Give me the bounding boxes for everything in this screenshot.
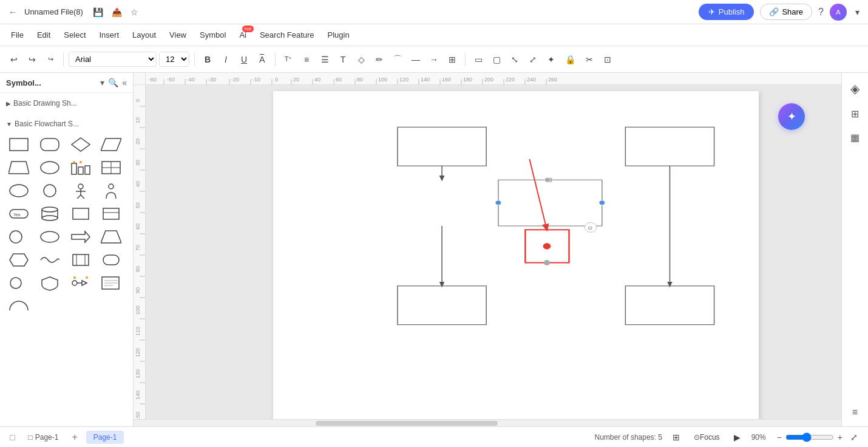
user-menu-button[interactable]: ▾ xyxy=(853,6,862,18)
lock-tool[interactable]: 🔒 xyxy=(561,52,579,67)
star-button[interactable]: ☆ xyxy=(128,6,141,18)
sidebar-title: Symbol... xyxy=(6,78,97,87)
superscript-button[interactable]: T⁺ xyxy=(280,53,296,66)
scrollbar-thumb[interactable] xyxy=(316,421,498,426)
sidebar-dropdown-btn[interactable]: ▾ xyxy=(100,78,104,87)
zoom-in-button[interactable]: + xyxy=(838,432,843,442)
shape-note[interactable] xyxy=(98,273,124,293)
rectangle-tool[interactable]: ▭ xyxy=(470,52,486,67)
shape-person[interactable] xyxy=(68,180,93,201)
save-button[interactable]: 💾 xyxy=(90,6,106,18)
status-shapes: Number of shapes: 5 xyxy=(595,433,662,442)
connector-button[interactable]: ⊞ xyxy=(444,52,460,67)
zoom-slider[interactable] xyxy=(785,432,834,442)
zoom-out-button[interactable]: − xyxy=(777,432,782,442)
font-color-button[interactable]: A̅ xyxy=(254,52,270,67)
shape-parallelogram[interactable] xyxy=(98,134,124,155)
shape-rect-partial[interactable] xyxy=(98,203,124,224)
focus-button[interactable]: ⊙ Focus xyxy=(690,431,724,444)
menu-view[interactable]: View xyxy=(163,28,192,42)
cut-tool[interactable]: ✂ xyxy=(581,52,597,67)
align-left-button[interactable]: ☰ xyxy=(317,52,333,67)
sidebar-collapse-btn[interactable]: « xyxy=(122,78,127,87)
shape-process[interactable] xyxy=(68,250,93,270)
page-tab-page1[interactable]: □ Page-1 xyxy=(21,431,66,444)
arrow-button[interactable]: → xyxy=(426,52,442,67)
shape-person2[interactable] xyxy=(98,180,124,201)
redo2-button[interactable]: ↪ xyxy=(42,53,58,66)
shape-cylinder[interactable] xyxy=(37,203,63,224)
shape-arrow-right[interactable] xyxy=(68,227,93,247)
shape-shield[interactable] xyxy=(37,273,63,293)
scrollbar-horizontal[interactable] xyxy=(134,419,841,426)
shape-diamond[interactable] xyxy=(68,134,93,155)
data-panel-btn[interactable]: ⊞ xyxy=(847,104,863,123)
menu-search[interactable]: Search Feature xyxy=(254,28,320,42)
menu-ai[interactable]: Ai hot xyxy=(233,28,253,42)
canvas[interactable]: ⊙ xyxy=(146,85,841,419)
style-panel-btn[interactable]: ◈ xyxy=(847,78,863,100)
menu-file[interactable]: File xyxy=(5,28,30,42)
active-page-tab[interactable]: Page-1 xyxy=(86,431,124,444)
crop-tool[interactable]: ⤢ xyxy=(525,52,541,67)
italic-button[interactable]: I xyxy=(218,52,234,67)
basic-drawing-header[interactable]: ▶ Basic Drawing Sh... xyxy=(6,97,127,110)
menu-symbol[interactable]: Symbol xyxy=(194,28,232,42)
avatar[interactable]: A xyxy=(830,4,847,21)
fullscreen-button[interactable]: ⤢ xyxy=(846,430,862,445)
bold-button[interactable]: B xyxy=(200,52,215,67)
align-center-button[interactable]: ≡ xyxy=(299,52,314,67)
sidebar-search-btn[interactable]: 🔍 xyxy=(108,78,118,87)
help-button[interactable]: ? xyxy=(818,7,824,18)
menu-edit[interactable]: Edit xyxy=(31,28,56,42)
share-button[interactable]: 🔗 Share xyxy=(760,4,812,20)
shape-half-circle[interactable] xyxy=(6,296,32,316)
publish-button[interactable]: ✈ Publish xyxy=(699,4,754,20)
shape-circle2[interactable] xyxy=(6,227,32,247)
shape-rect-plain[interactable] xyxy=(68,203,93,224)
shape-rounded-rect2[interactable] xyxy=(98,250,124,270)
shape-oval2[interactable] xyxy=(37,227,63,247)
undo-button[interactable]: ↩ xyxy=(6,52,22,67)
underline-button[interactable]: U xyxy=(236,52,252,67)
rounded-rect-tool[interactable]: ▢ xyxy=(489,52,504,67)
shape-fill-button[interactable]: ◇ xyxy=(353,52,369,67)
shape-bar-chart[interactable] xyxy=(68,157,93,178)
font-size-select[interactable]: 12 14 16 18 24 xyxy=(159,52,189,67)
play-button[interactable]: ▶ xyxy=(730,430,745,445)
menu-plugin[interactable]: Plugin xyxy=(322,28,356,42)
grid-panel-btn[interactable]: ▦ xyxy=(847,128,863,147)
magic-tool[interactable]: ✦ xyxy=(543,52,559,67)
basic-flowchart-header[interactable]: ▼ Basic Flowchart S... xyxy=(6,117,127,131)
font-family-select[interactable]: Arial Times New Roman Helvetica xyxy=(69,52,157,67)
shape-cross[interactable] xyxy=(98,157,124,178)
shape-trapezoid2[interactable] xyxy=(98,227,124,247)
layers-button[interactable]: ⊞ xyxy=(668,430,684,445)
menu-select[interactable]: Select xyxy=(58,28,92,42)
shape-hexagon[interactable] xyxy=(6,250,32,270)
text-style-button[interactable]: T xyxy=(335,52,351,67)
pen-button[interactable]: ✏ xyxy=(371,52,387,67)
shape-oval[interactable] xyxy=(37,157,63,178)
export-button[interactable]: 📤 xyxy=(109,6,124,18)
shape-trapezoid[interactable] xyxy=(6,157,32,178)
back-button[interactable]: ← xyxy=(6,6,19,18)
menu-layout[interactable]: Layout xyxy=(126,28,162,42)
ai-circle-button[interactable]: ✦ xyxy=(778,103,805,130)
table-tool[interactable]: ⊡ xyxy=(600,52,615,67)
shape-rectangle[interactable] xyxy=(6,134,32,155)
shape-arrow-process[interactable] xyxy=(68,273,93,293)
shape-rounded-rect[interactable] xyxy=(37,134,63,155)
shape-yes-no[interactable]: Yes xyxy=(6,203,32,224)
menu-insert[interactable]: Insert xyxy=(93,28,126,42)
settings-panel-btn[interactable]: ≡ xyxy=(849,403,861,421)
add-page-button[interactable]: + xyxy=(68,431,81,444)
line-style-button[interactable]: ⌒ xyxy=(390,52,405,67)
shape-circle[interactable] xyxy=(37,180,63,201)
shape-wave[interactable] xyxy=(37,250,63,270)
resize-tool[interactable]: ⤡ xyxy=(507,52,523,67)
line-type-button[interactable]: — xyxy=(408,52,424,67)
redo-button[interactable]: ↪ xyxy=(24,52,40,67)
shape-ellipse2[interactable] xyxy=(6,180,32,201)
shape-circle3[interactable] xyxy=(6,273,32,293)
